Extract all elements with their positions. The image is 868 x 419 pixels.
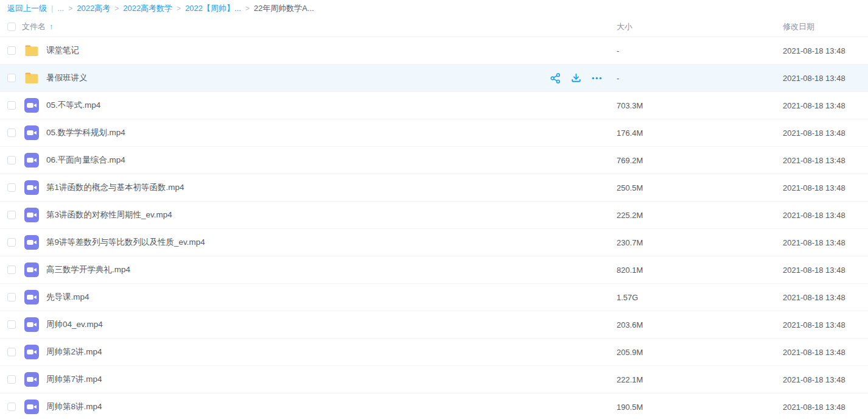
table-row[interactable]: 周帅第7讲.mp4222.1M2021-08-18 13:48 (0, 366, 868, 393)
file-modified-date: 2021-08-18 13:48 (783, 320, 868, 329)
breadcrumb-separator: > (114, 4, 119, 13)
file-name[interactable]: 周帅04_ev.mp4 (46, 319, 617, 330)
file-modified-date: 2021-08-18 13:48 (783, 293, 868, 302)
file-modified-date: 2021-08-18 13:48 (783, 156, 868, 165)
file-size: 230.7M (617, 238, 783, 247)
file-size: 225.2M (617, 211, 783, 220)
file-size: 769.2M (617, 156, 783, 165)
table-row[interactable]: 课堂笔记-2021-08-18 13:48 (0, 37, 868, 65)
file-name[interactable]: 课堂笔记 (46, 45, 617, 56)
breadcrumb-divider: | (51, 4, 53, 13)
row-checkbox[interactable] (7, 183, 16, 192)
breadcrumb-collapsed-ellipsis[interactable]: ... (57, 4, 64, 13)
row-checkbox[interactable] (7, 266, 16, 274)
file-name[interactable]: 先导课.mp4 (46, 292, 617, 303)
file-name[interactable]: 高三数学开学典礼.mp4 (46, 264, 617, 275)
video-file-icon (24, 262, 39, 277)
file-size: 222.1M (617, 375, 783, 384)
file-size: 820.1M (617, 266, 783, 275)
file-name[interactable]: 第1讲函数的概念与基本初等函数.mp4 (46, 182, 617, 193)
file-name[interactable]: 周帅第8讲.mp4 (46, 401, 617, 412)
table-row[interactable]: 第3讲函数的对称性周期性_ev.mp4225.2M2021-08-18 13:4… (0, 202, 868, 229)
row-checkbox[interactable] (7, 293, 16, 301)
row-checkbox[interactable] (7, 211, 16, 219)
table-row[interactable]: 第1讲函数的概念与基本初等函数.mp4250.5M2021-08-18 13:4… (0, 174, 868, 202)
sort-ascending-icon[interactable]: ↑ (49, 22, 54, 31)
table-row[interactable]: 06.平面向量综合.mp4769.2M2021-08-18 13:48 (0, 147, 868, 174)
breadcrumb-separator: > (245, 4, 250, 13)
file-name[interactable]: 05.数学学科规划.mp4 (46, 127, 617, 138)
file-size: 250.5M (617, 183, 783, 192)
file-modified-date: 2021-08-18 13:48 (783, 266, 868, 275)
file-size: - (617, 74, 783, 83)
table-row[interactable]: 暑假班讲义-2021-08-18 13:48 (0, 65, 868, 92)
breadcrumb-link-2022gaokao-math[interactable]: 2022高考数学 (123, 3, 172, 14)
file-name[interactable]: 周帅第7讲.mp4 (46, 374, 617, 385)
table-row[interactable]: 第9讲等差数列与等比数列以及性质_ev.mp4230.7M2021-08-18 … (0, 229, 868, 256)
video-file-icon (24, 345, 39, 359)
file-size: 203.6M (617, 320, 783, 329)
row-checkbox[interactable] (7, 74, 16, 82)
file-modified-date: 2021-08-18 13:48 (783, 46, 868, 55)
breadcrumb: 返回上一级 | ... > 2022高考 > 2022高考数学 > 2022【周… (0, 0, 868, 16)
file-size: 190.5M (617, 403, 783, 412)
table-row[interactable]: 周帅第2讲.mp4205.9M2021-08-18 13:48 (0, 339, 868, 366)
file-modified-date: 2021-08-18 13:48 (783, 348, 868, 357)
share-icon[interactable] (549, 72, 561, 85)
video-file-icon (24, 125, 39, 140)
column-header-size[interactable]: 大小 (617, 21, 783, 32)
file-name[interactable]: 暑假班讲义 (46, 72, 617, 83)
row-checkbox[interactable] (7, 238, 16, 247)
file-name[interactable]: 06.平面向量综合.mp4 (46, 155, 617, 166)
video-file-icon (24, 208, 39, 222)
file-modified-date: 2021-08-18 13:48 (783, 183, 868, 192)
video-file-icon (24, 400, 39, 414)
file-name[interactable]: 周帅第2讲.mp4 (46, 347, 617, 357)
select-all-checkbox[interactable] (7, 23, 16, 31)
file-name[interactable]: 05.不等式.mp4 (46, 100, 617, 111)
column-header-modified-date[interactable]: 修改日期 (783, 21, 868, 32)
breadcrumb-link-2022gaokao[interactable]: 2022高考 (77, 3, 110, 14)
table-row[interactable]: 先导课.mp41.57G2021-08-18 13:48 (0, 284, 868, 311)
row-checkbox[interactable] (7, 403, 16, 411)
breadcrumb-separator: > (177, 4, 181, 13)
file-size: 205.9M (617, 348, 783, 357)
file-name[interactable]: 第9讲等差数列与等比数列以及性质_ev.mp4 (46, 237, 617, 248)
breadcrumb-link-2022-zhoushuai[interactable]: 2022【周帅】... (185, 3, 241, 14)
file-table-header: 文件名 ↑ 大小 修改日期 (0, 16, 868, 37)
file-size: 176.4M (617, 129, 783, 138)
breadcrumb-separator: > (68, 4, 72, 13)
download-icon[interactable] (570, 72, 582, 85)
video-file-icon (24, 153, 39, 167)
file-list: 课堂笔记-2021-08-18 13:48暑假班讲义-2021-08-18 13… (0, 37, 868, 419)
column-header-filename[interactable]: 文件名 (22, 21, 46, 32)
breadcrumb-current-folder: 22年周帅数学A... (254, 3, 314, 14)
row-checkbox[interactable] (7, 320, 16, 329)
back-to-parent-link[interactable]: 返回上一级 (7, 3, 47, 14)
video-file-icon (24, 180, 39, 195)
row-checkbox[interactable] (7, 156, 16, 164)
file-size: 703.3M (617, 101, 783, 110)
more-icon[interactable] (590, 72, 603, 85)
file-name[interactable]: 第3讲函数的对称性周期性_ev.mp4 (46, 210, 617, 220)
file-modified-date: 2021-08-18 13:48 (783, 211, 868, 220)
file-modified-date: 2021-08-18 13:48 (783, 101, 868, 110)
folder-icon (24, 71, 39, 85)
video-file-icon (24, 372, 39, 387)
file-modified-date: 2021-08-18 13:48 (783, 375, 868, 384)
row-checkbox[interactable] (7, 375, 16, 384)
row-checkbox[interactable] (7, 129, 16, 137)
row-hover-actions (549, 65, 603, 92)
file-modified-date: 2021-08-18 13:48 (783, 74, 868, 83)
row-checkbox[interactable] (7, 46, 16, 55)
table-row[interactable]: 周帅04_ev.mp4203.6M2021-08-18 13:48 (0, 311, 868, 339)
table-row[interactable]: 周帅第8讲.mp4190.5M2021-08-18 13:48 (0, 393, 868, 419)
table-row[interactable]: 05.不等式.mp4703.3M2021-08-18 13:48 (0, 92, 868, 119)
row-checkbox[interactable] (7, 101, 16, 110)
table-row[interactable]: 高三数学开学典礼.mp4820.1M2021-08-18 13:48 (0, 256, 868, 284)
file-modified-date: 2021-08-18 13:48 (783, 238, 868, 247)
video-file-icon (24, 98, 39, 113)
video-file-icon (24, 235, 39, 250)
row-checkbox[interactable] (7, 348, 16, 356)
table-row[interactable]: 05.数学学科规划.mp4176.4M2021-08-18 13:48 (0, 119, 868, 147)
